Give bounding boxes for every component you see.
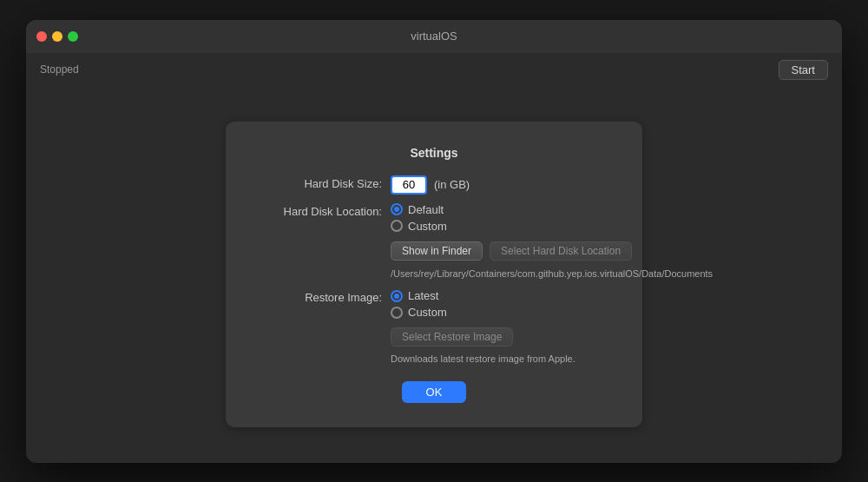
minimize-button[interactable]	[52, 31, 62, 42]
window-title: virtualOS	[411, 30, 457, 43]
location-default-radio[interactable]	[391, 203, 403, 215]
location-button-row: Show in Finder Select Hard Disk Location	[391, 241, 713, 261]
disk-path-text: /Users/rey/Library/Containers/com.github…	[391, 267, 713, 281]
restore-image-control: Latest Custom Select Restore Image Downl…	[391, 289, 608, 364]
maximize-button[interactable]	[68, 31, 78, 42]
traffic-lights	[36, 31, 78, 42]
disk-size-input[interactable]	[391, 175, 427, 195]
select-hard-disk-location-button[interactable]: Select Hard Disk Location	[490, 241, 632, 261]
content-area: Settings Hard Disk Size: (in GB) Hard Di…	[26, 87, 842, 463]
select-restore-image-button[interactable]: Select Restore Image	[391, 327, 513, 347]
settings-panel: Settings Hard Disk Size: (in GB) Hard Di…	[226, 122, 642, 427]
start-button[interactable]: Start	[779, 60, 828, 80]
location-custom-radio[interactable]	[391, 220, 403, 232]
hard-disk-location-row: Hard Disk Location: Default Custom Show …	[260, 203, 608, 281]
hard-disk-location-label: Hard Disk Location:	[260, 203, 391, 218]
restore-custom-radio[interactable]	[391, 307, 403, 319]
restore-latest-radio-row: Latest	[391, 289, 608, 302]
location-custom-radio-row: Custom	[391, 220, 713, 233]
restore-button-row: Select Restore Image	[391, 327, 608, 347]
restore-custom-label: Custom	[408, 306, 447, 319]
restore-image-row: Restore Image: Latest Custom Select Rest…	[260, 289, 608, 364]
restore-info-text: Downloads latest restore image from Appl…	[391, 353, 608, 364]
ok-button[interactable]: OK	[402, 381, 467, 403]
restore-latest-label: Latest	[408, 289, 438, 302]
restore-latest-radio[interactable]	[391, 290, 403, 302]
hard-disk-location-control: Default Custom Show in Finder Select Har…	[391, 203, 713, 281]
show-in-finder-button[interactable]: Show in Finder	[391, 241, 483, 261]
hard-disk-size-label: Hard Disk Size:	[260, 175, 391, 190]
restore-image-label: Restore Image:	[260, 289, 391, 304]
main-window: virtualOS Stopped Start Settings Hard Di…	[26, 20, 842, 463]
unit-label: (in GB)	[434, 178, 470, 191]
close-button[interactable]	[36, 31, 47, 42]
ok-row: OK	[260, 381, 608, 403]
hard-disk-size-row: Hard Disk Size: (in GB)	[260, 175, 608, 195]
hard-disk-size-control: (in GB)	[391, 175, 608, 195]
location-custom-label: Custom	[408, 220, 447, 233]
location-default-radio-row: Default	[391, 203, 713, 216]
status-text: Stopped	[40, 63, 79, 76]
disk-size-row: (in GB)	[391, 175, 608, 195]
location-default-label: Default	[408, 203, 444, 216]
toolbar: Stopped Start	[26, 53, 842, 87]
restore-custom-radio-row: Custom	[391, 306, 608, 319]
titlebar: virtualOS	[26, 20, 842, 53]
settings-title: Settings	[260, 146, 608, 160]
